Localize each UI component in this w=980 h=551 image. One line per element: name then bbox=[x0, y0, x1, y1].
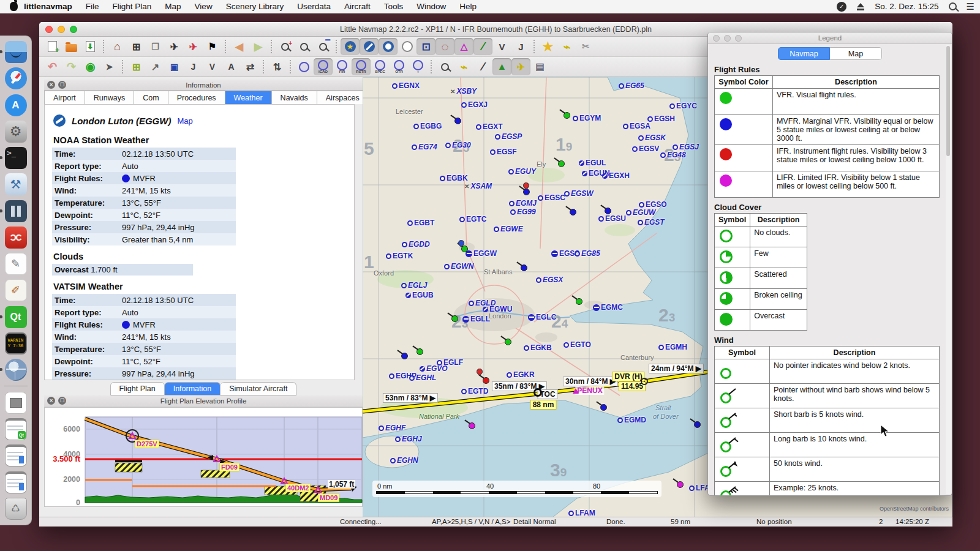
map-airport-egll[interactable]: EGLL bbox=[462, 315, 490, 323]
map-airport-egkb[interactable]: EGKB bbox=[524, 343, 552, 352]
airspace-icao-button[interactable]: ICAO bbox=[314, 58, 333, 75]
reverse-route-button[interactable]: ⇄ bbox=[241, 58, 260, 75]
show-ndb-button[interactable]: ◌ bbox=[435, 38, 454, 55]
airport-map-link[interactable]: Map bbox=[177, 116, 192, 126]
legend-scrollbar[interactable] bbox=[946, 45, 951, 494]
map-airport-egsx[interactable]: EGSX bbox=[536, 276, 563, 284]
zoom-out-button[interactable] bbox=[295, 38, 314, 55]
airway-a-button[interactable]: A bbox=[222, 58, 241, 75]
map-airport-eglc[interactable]: EGLC bbox=[528, 313, 556, 321]
measure-button[interactable]: ∕ bbox=[473, 58, 492, 75]
dock-item-system-preferences[interactable]: ⚙ bbox=[4, 120, 28, 143]
airway-v-button[interactable]: V bbox=[203, 58, 222, 75]
dock-item-web-globe[interactable] bbox=[4, 358, 28, 381]
airspace-alt-button[interactable]: + bbox=[409, 58, 428, 75]
map-airport-eg65[interactable]: EG65 bbox=[619, 81, 644, 90]
new-flight-plan-button[interactable]: + bbox=[43, 38, 62, 55]
map-airport-egtc[interactable]: EGTC bbox=[459, 215, 486, 223]
dock-item-warning-clock[interactable]: WARNINY 7:36 bbox=[4, 332, 28, 355]
tab-navaids[interactable]: Navaids bbox=[272, 91, 317, 104]
map-airport-eghj[interactable]: EGHJ bbox=[395, 435, 422, 443]
map-airport-xsby[interactable]: ✕XSBY bbox=[450, 87, 477, 96]
tab-airspaces[interactable]: Airspaces bbox=[317, 91, 369, 104]
show-flightplan-button[interactable]: ⌁ bbox=[454, 58, 473, 75]
map-airport-egsv[interactable]: EGSV bbox=[632, 144, 659, 153]
bottom-tab-information[interactable]: Information bbox=[165, 382, 221, 395]
attach-route-button[interactable]: ✂ bbox=[576, 38, 595, 55]
app-menu[interactable]: littlenavmap bbox=[24, 2, 72, 11]
dock-item-minimized-window-1[interactable] bbox=[4, 444, 28, 467]
dock-item-red-app[interactable]: ƆC bbox=[4, 226, 28, 249]
map-airport-egdd[interactable]: EGDD bbox=[402, 240, 430, 249]
dock-item-safari[interactable] bbox=[4, 67, 28, 90]
map-airport-egym[interactable]: EGYM bbox=[573, 114, 601, 122]
bottom-tab-flight-plan[interactable]: Flight Plan bbox=[110, 382, 165, 395]
map-airport-eguy[interactable]: EGUY bbox=[508, 167, 536, 176]
map-airport-eghf[interactable]: EGHF bbox=[379, 424, 405, 432]
terrain-button[interactable]: ▲ bbox=[492, 58, 511, 75]
map-airport-egsw[interactable]: EGSW bbox=[564, 189, 594, 198]
airway-j-button[interactable]: J bbox=[184, 58, 203, 75]
map-airport-egwu[interactable]: EGWU bbox=[483, 305, 512, 313]
map-airport-eg74[interactable]: EG74 bbox=[412, 143, 437, 151]
show-empty-airports-button[interactable] bbox=[379, 38, 398, 55]
map-airport-lfam[interactable]: LFAM bbox=[568, 509, 595, 517]
map-airport-egkr[interactable]: EGKR bbox=[507, 370, 535, 379]
dock-item-trash[interactable]: ♺ bbox=[4, 497, 28, 520]
map-airport-egmd[interactable]: EGMD bbox=[617, 416, 646, 424]
dock-item-finder[interactable] bbox=[4, 40, 28, 64]
map-airport-egtk[interactable]: EGTK bbox=[386, 252, 413, 260]
menu-item-tools[interactable]: Tools bbox=[384, 2, 404, 11]
legend-close-button[interactable] bbox=[713, 35, 720, 42]
menu-item-help[interactable]: Help bbox=[459, 2, 477, 11]
dock-item-pause-app[interactable] bbox=[4, 200, 28, 223]
airspace-none-button[interactable] bbox=[295, 58, 314, 75]
legend-tab-navmap[interactable]: Navmap bbox=[778, 47, 830, 60]
map-airport-egmh[interactable]: EGMH bbox=[658, 343, 687, 351]
legend-zoom-button[interactable] bbox=[735, 35, 742, 42]
open-flight-plan-button[interactable] bbox=[62, 38, 81, 55]
center-aircraft-button[interactable]: ✈ bbox=[165, 38, 184, 55]
menu-item-aircraft[interactable]: Aircraft bbox=[344, 2, 371, 11]
zoom-flight-plan-button[interactable]: ◉ bbox=[81, 58, 100, 75]
airspace-spec-button[interactable]: SPEC bbox=[371, 58, 390, 75]
tab-airport[interactable]: Airport bbox=[44, 91, 85, 104]
map-airport-eghn[interactable]: EGHN bbox=[390, 456, 418, 465]
dock-item-textedit[interactable]: ✎ bbox=[4, 252, 28, 276]
profile-dock-titlebar[interactable]: ✕ ❐ Flight Plan Elevation Profile bbox=[44, 395, 363, 407]
map-airport-egsu[interactable]: EGSU bbox=[598, 214, 626, 223]
map-airport-egtd[interactable]: EGTD bbox=[461, 387, 488, 395]
map-airport-egbg[interactable]: EGBG bbox=[413, 122, 442, 130]
show-waypoints-button[interactable]: △ bbox=[454, 38, 473, 55]
airspace-rstr-button[interactable]: RSTR bbox=[352, 58, 371, 75]
map-airport-eg30[interactable]: EG30 bbox=[445, 141, 471, 149]
menu-item-file[interactable]: File bbox=[86, 2, 99, 11]
save-flight-plan-button[interactable] bbox=[81, 38, 100, 55]
map-airport-egbk[interactable]: EGBK bbox=[440, 174, 468, 182]
dock-item-minimized-window-2[interactable] bbox=[4, 471, 28, 494]
profile-close-icon[interactable]: ✕ bbox=[47, 397, 55, 405]
show-water-airports-button[interactable] bbox=[398, 38, 417, 55]
map-airport-eg48[interactable]: EG48 bbox=[660, 151, 686, 159]
map-airport-egyc[interactable]: EGYC bbox=[669, 102, 697, 110]
fit-selection-button[interactable]: ⊞ bbox=[127, 38, 146, 55]
dock-item-qt-creator[interactable]: Qt bbox=[4, 305, 28, 329]
menu-item-flight-plan[interactable]: Flight Plan bbox=[113, 2, 152, 11]
center-route-button[interactable]: ❒ bbox=[146, 38, 165, 55]
tab-runways[interactable]: Runways bbox=[85, 91, 134, 104]
menu-item-view[interactable]: View bbox=[195, 2, 213, 11]
dock-item-terminal[interactable]: >_ bbox=[4, 146, 28, 170]
menu-clock[interactable]: So. 2. Dez. 15:25 bbox=[875, 2, 938, 11]
map-airport-egst[interactable]: EGST bbox=[638, 218, 665, 227]
back-button[interactable]: ◀ bbox=[230, 38, 249, 55]
notification-center-icon[interactable]: ☰ bbox=[967, 1, 974, 12]
redo-button[interactable]: ↷ bbox=[62, 58, 81, 75]
zoom-last-button[interactable]: ▔ bbox=[314, 38, 333, 55]
tab-com[interactable]: Com bbox=[134, 91, 168, 104]
menu-item-map[interactable]: Map bbox=[165, 2, 181, 11]
map-airport-egsa[interactable]: EGSA bbox=[623, 122, 650, 130]
bookmark-button[interactable]: ★ bbox=[538, 38, 557, 55]
map-airport-eg99[interactable]: EG99 bbox=[510, 208, 536, 216]
map-airport-eg85[interactable]: EG85 bbox=[575, 249, 600, 258]
map-airport-eglj[interactable]: EGLJ bbox=[401, 281, 427, 290]
